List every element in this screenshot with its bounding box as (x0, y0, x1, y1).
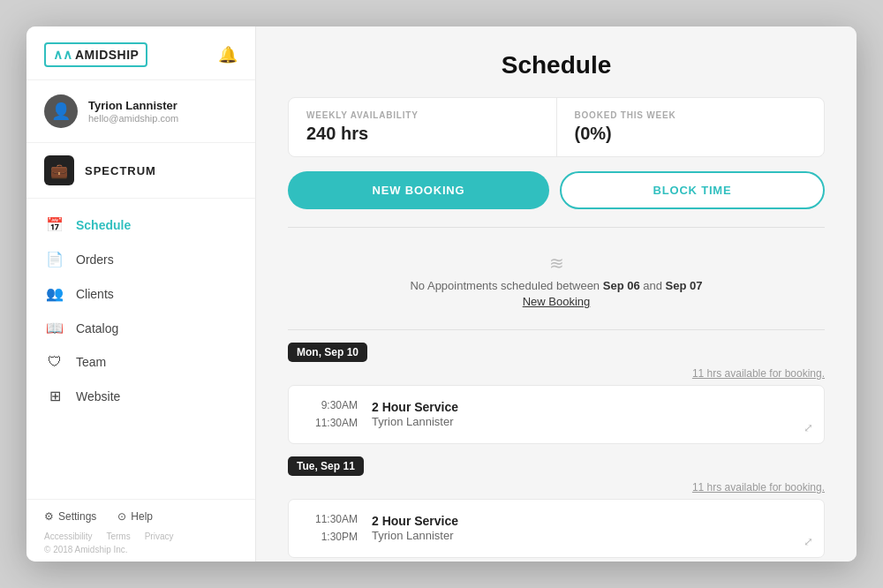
briefcase-icon: 💼 (50, 162, 68, 179)
team-icon: 🛡 (46, 354, 64, 370)
help-icon: ⊙ (117, 510, 126, 523)
no-appt-section-1: ≋ No Appointments scheduled between Sep … (288, 240, 825, 320)
settings-label: Settings (58, 510, 96, 523)
logo-icon: ∧∧ (53, 47, 72, 63)
main-content: Schedule WEEKLY AVAILABILITY 240 hrs BOO… (256, 26, 857, 562)
new-booking-button[interactable]: NEW BOOKING (288, 171, 549, 209)
help-label: Help (131, 510, 153, 523)
booked-value: (0%) (575, 124, 807, 144)
booked-label: BOOKED THIS WEEK (575, 110, 807, 120)
day2-booking-info: 2 Hour Service Tyrion Lannister (372, 514, 458, 542)
no-appt-new-booking-link[interactable]: New Booking (288, 295, 825, 308)
booked-box: BOOKED THIS WEEK (0%) (557, 98, 825, 156)
divider-2 (288, 329, 825, 330)
day2-client-name: Tyrion Lannister (372, 529, 458, 542)
notification-bell-icon[interactable]: 🔔 (218, 45, 238, 64)
sidebar-bottom: ⚙ Settings ⊙ Help Accessibility Terms Pr… (26, 499, 255, 562)
terms-link[interactable]: Terms (106, 531, 130, 541)
sidebar-item-clients-label: Clients (76, 287, 114, 301)
sidebar-item-website-label: Website (76, 389, 120, 403)
calendar-icon: 📅 (46, 216, 64, 233)
sidebar-item-orders-label: Orders (76, 253, 114, 267)
action-buttons: NEW BOOKING BLOCK TIME (288, 171, 825, 209)
logo[interactable]: ∧∧ AMIDSHIP (44, 42, 147, 67)
sidebar-item-catalog-label: Catalog (76, 321, 118, 335)
day1-booking-info: 2 Hour Service Tyrion Lannister (372, 400, 458, 428)
clients-icon: 👥 (46, 285, 64, 302)
sidebar-item-schedule[interactable]: 📅 Schedule (26, 207, 255, 242)
day2-badge: Tue, Sep 11 (288, 456, 364, 476)
sidebar-item-orders[interactable]: 📄 Orders (26, 242, 255, 276)
website-icon: ⊞ (46, 388, 64, 404)
catalog-icon: 📖 (46, 320, 64, 336)
day2-start-time: 11:30AM (303, 510, 358, 528)
day1-client-name: Tyrion Lannister (372, 415, 458, 428)
settings-help-row: ⚙ Settings ⊙ Help (44, 510, 238, 523)
sidebar: ∧∧ AMIDSHIP 🔔 👤 Tyrion Lannister hello@a… (26, 26, 256, 562)
block-time-button[interactable]: BLOCK TIME (560, 171, 825, 209)
stats-row: WEEKLY AVAILABILITY 240 hrs BOOKED THIS … (288, 97, 825, 157)
day2-avail-link[interactable]: 11 hrs available for booking. (288, 481, 825, 494)
user-section: 👤 Tyrion Lannister hello@amidship.com (26, 80, 255, 143)
workspace-section[interactable]: 💼 SPECTRUM (26, 143, 255, 199)
weekly-availability-value: 240 hrs (306, 124, 539, 144)
day1-end-time: 11:30AM (303, 414, 358, 432)
day1-section: Mon, Sep 10 11 hrs available for booking… (288, 343, 825, 444)
nav-section: 📅 Schedule 📄 Orders 👥 Clients 📖 Catalog … (26, 199, 255, 499)
day2-end-time: 1:30PM (303, 528, 358, 546)
day1-booking-card: 9:30AM 11:30AM 2 Hour Service Tyrion Lan… (288, 385, 825, 444)
avatar-icon: 👤 (51, 102, 71, 121)
sidebar-header: ∧∧ AMIDSHIP 🔔 (26, 26, 255, 80)
orders-icon: 📄 (46, 251, 64, 268)
sidebar-item-team-label: Team (76, 355, 106, 369)
user-email: hello@amidship.com (88, 113, 178, 124)
logo-text: AMIDSHIP (75, 48, 139, 62)
settings-item[interactable]: ⚙ Settings (44, 510, 96, 523)
divider-1 (288, 227, 825, 228)
day2-section: Tue, Sep 11 11 hrs available for booking… (288, 456, 825, 558)
avatar: 👤 (44, 94, 78, 128)
workspace-icon: 💼 (44, 155, 74, 185)
sidebar-item-website[interactable]: ⊞ Website (26, 379, 255, 413)
sidebar-item-team[interactable]: 🛡 Team (26, 345, 255, 379)
privacy-link[interactable]: Privacy (145, 531, 174, 541)
sidebar-item-clients[interactable]: 👥 Clients (26, 276, 255, 311)
day1-service-name: 2 Hour Service (372, 400, 458, 414)
settings-icon: ⚙ (44, 510, 54, 523)
weekly-availability-label: WEEKLY AVAILABILITY (306, 110, 539, 120)
sidebar-item-schedule-label: Schedule (76, 218, 131, 232)
day1-avail-link[interactable]: 11 hrs available for booking. (288, 367, 825, 380)
help-item[interactable]: ⊙ Help (117, 510, 153, 523)
day1-badge: Mon, Sep 10 (288, 343, 367, 362)
no-appt-text-1: No Appointments scheduled between Sep 06… (410, 279, 702, 292)
footer-links: Accessibility Terms Privacy (44, 531, 238, 541)
user-info: Tyrion Lannister hello@amidship.com (88, 99, 178, 124)
expand-icon-1[interactable]: ⤢ (804, 421, 813, 434)
accessibility-link[interactable]: Accessibility (44, 531, 92, 541)
sidebar-item-catalog[interactable]: 📖 Catalog (26, 311, 255, 345)
wind-icon-1: ≋ (288, 253, 825, 274)
day2-booking-card: 11:30AM 1:30PM 2 Hour Service Tyrion Lan… (288, 499, 825, 558)
workspace-name: SPECTRUM (85, 164, 156, 177)
day2-service-name: 2 Hour Service (372, 514, 458, 528)
expand-icon-2[interactable]: ⤢ (804, 535, 813, 548)
day1-booking-times: 9:30AM 11:30AM (303, 396, 358, 433)
user-name: Tyrion Lannister (88, 99, 178, 112)
weekly-availability-box: WEEKLY AVAILABILITY 240 hrs (289, 98, 557, 156)
day2-booking-times: 11:30AM 1:30PM (303, 510, 358, 547)
page-title: Schedule (288, 51, 825, 79)
day1-start-time: 9:30AM (303, 396, 358, 414)
copyright: © 2018 Amidship Inc. (44, 545, 238, 554)
